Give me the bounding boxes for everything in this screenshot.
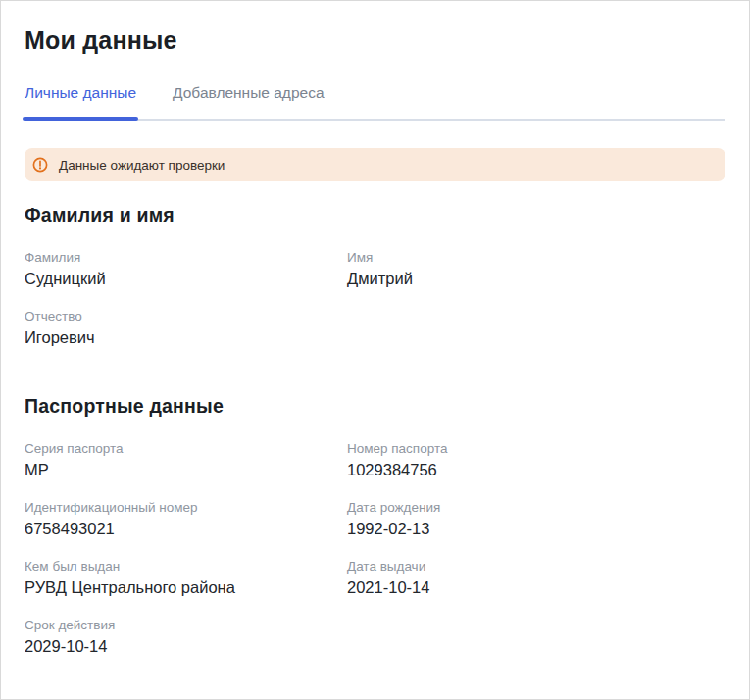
field-expiry-date: Срок действия 2029-10-14 [25,618,347,656]
field-passport-series: Серия паспорта МР [25,441,347,479]
section-title-passport: Паспортные данные [25,395,725,418]
field-label: Номер паспорта [347,441,725,456]
field-value: 6758493021 [25,520,347,538]
field-label: Идентификационный номер [25,500,347,515]
field-first-name: Имя Дмитрий [347,250,725,288]
field-value: Судницкий [25,270,347,288]
field-label: Фамилия [25,250,347,265]
field-value: 2021-10-14 [347,578,725,597]
field-label: Кем был выдан [25,559,347,574]
field-passport-number: Номер паспорта 1029384756 [347,441,725,479]
pending-verification-banner: Данные ожидают проверки [25,148,725,181]
field-value: 2029-10-14 [25,637,347,656]
field-value: Игоревич [25,328,347,347]
field-value: 1029384756 [347,461,725,479]
field-last-name: Фамилия Судницкий [25,250,347,288]
field-value: РУВД Центрального района [25,578,347,597]
field-label: Серия паспорта [25,441,347,456]
page-title: Мои данные [25,26,725,55]
field-label: Имя [347,250,725,265]
name-fields: Фамилия Судницкий Имя Дмитрий Отчество И… [25,250,725,347]
field-birth-date: Дата рождения 1992-02-13 [347,500,725,538]
my-data-page: Мои данные Личные данные Добавленные адр… [0,0,750,700]
tab-bar: Личные данные Добавленные адреса [25,84,725,121]
banner-message: Данные ожидают проверки [59,158,225,173]
field-value: 1992-02-13 [347,520,725,538]
field-label: Отчество [25,309,347,324]
field-label: Дата выдачи [347,559,725,574]
field-value: Дмитрий [347,270,725,288]
tab-added-addresses[interactable]: Добавленные адреса [173,84,324,119]
field-identification-number: Идентификационный номер 6758493021 [25,500,347,538]
field-issue-date: Дата выдачи 2021-10-14 [347,559,725,597]
section-title-name: Фамилия и имя [25,204,725,226]
field-issued-by: Кем был выдан РУВД Центрального района [25,559,347,597]
alert-circle-icon [32,157,48,173]
field-middle-name: Отчество Игоревич [25,309,347,347]
field-label: Дата рождения [347,500,725,515]
field-label: Срок действия [25,618,347,632]
passport-fields: Серия паспорта МР Номер паспорта 1029384… [25,441,725,656]
field-value: МР [25,461,347,479]
tab-personal-data[interactable]: Личные данные [25,84,136,119]
